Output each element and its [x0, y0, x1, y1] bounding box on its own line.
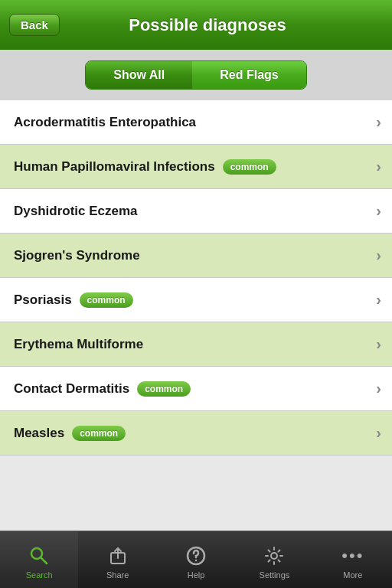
list-item[interactable]: Dyshidrotic Eczema› — [0, 189, 392, 234]
list-item[interactable]: Sjogren's Syndrome› — [0, 234, 392, 278]
chevron-right-icon: › — [376, 291, 381, 309]
red-flags-button[interactable]: Red Flags — [192, 61, 305, 89]
diagnosis-name: Psoriasis — [14, 292, 72, 308]
common-badge: common — [80, 292, 133, 308]
chevron-right-icon: › — [376, 380, 381, 397]
list-item[interactable]: Human Papillomaviral Infectionscommon› — [0, 145, 392, 189]
tab-more-label: More — [343, 570, 362, 580]
back-button[interactable]: Back — [9, 14, 60, 36]
diagnosis-name: Sjogren's Syndrome — [14, 248, 140, 263]
diagnosis-name: Contact Dermatitis — [14, 381, 129, 397]
diagnosis-name: Acrodermatitis Enteropathica — [14, 115, 196, 130]
diagnosis-name: Dyshidrotic Eczema — [14, 204, 138, 219]
diagnosis-name: Erythema Multiforme — [14, 337, 143, 352]
tab-settings-label: Settings — [260, 570, 290, 580]
chevron-right-icon: › — [376, 247, 381, 264]
diagnosis-name: Human Papillomaviral Infections — [14, 159, 215, 175]
common-badge: common — [137, 381, 191, 397]
chevron-right-icon: › — [376, 113, 381, 131]
tab-help-label: Help — [188, 570, 205, 580]
svg-point-6 — [271, 553, 277, 559]
list-item[interactable]: Erythema Multiforme› — [0, 322, 392, 367]
show-all-button[interactable]: Show All — [86, 61, 192, 89]
list-item[interactable]: Psoriasiscommon› — [0, 278, 392, 322]
page-title: Possible diagnoses — [70, 15, 345, 35]
chevron-right-icon: › — [376, 335, 381, 353]
filter-bar: Show All Red Flags — [0, 50, 392, 100]
tab-help[interactable]: Help — [157, 531, 235, 588]
tab-more[interactable]: ••• More — [314, 531, 392, 588]
tab-bar: Search Share Help Setti — [0, 531, 392, 588]
list-item[interactable]: Contact Dermatitiscommon› — [0, 367, 392, 411]
tab-settings[interactable]: Settings — [235, 531, 313, 588]
search-icon — [28, 544, 51, 567]
more-icon: ••• — [341, 544, 364, 567]
common-badge: common — [223, 159, 276, 175]
chevron-right-icon: › — [376, 158, 381, 175]
tab-search[interactable]: Search — [0, 531, 78, 588]
help-icon — [185, 544, 207, 567]
share-icon — [106, 544, 129, 567]
list-item[interactable]: Measlescommon› — [0, 411, 392, 456]
settings-icon — [263, 544, 286, 567]
diagnosis-list: Acrodermatitis Enteropathica›Human Papil… — [0, 100, 392, 456]
list-item[interactable]: Acrodermatitis Enteropathica› — [0, 100, 392, 145]
tab-search-label: Search — [26, 570, 53, 580]
tab-share[interactable]: Share — [78, 531, 156, 588]
header: Back Possible diagnoses — [0, 0, 392, 50]
svg-point-5 — [195, 560, 197, 561]
filter-group: Show All Red Flags — [85, 60, 306, 90]
diagnosis-name: Measles — [14, 426, 64, 441]
chevron-right-icon: › — [376, 202, 381, 220]
svg-line-1 — [41, 558, 47, 564]
common-badge: common — [72, 426, 126, 441]
chevron-right-icon: › — [376, 424, 381, 442]
tab-share-label: Share — [106, 570, 129, 580]
